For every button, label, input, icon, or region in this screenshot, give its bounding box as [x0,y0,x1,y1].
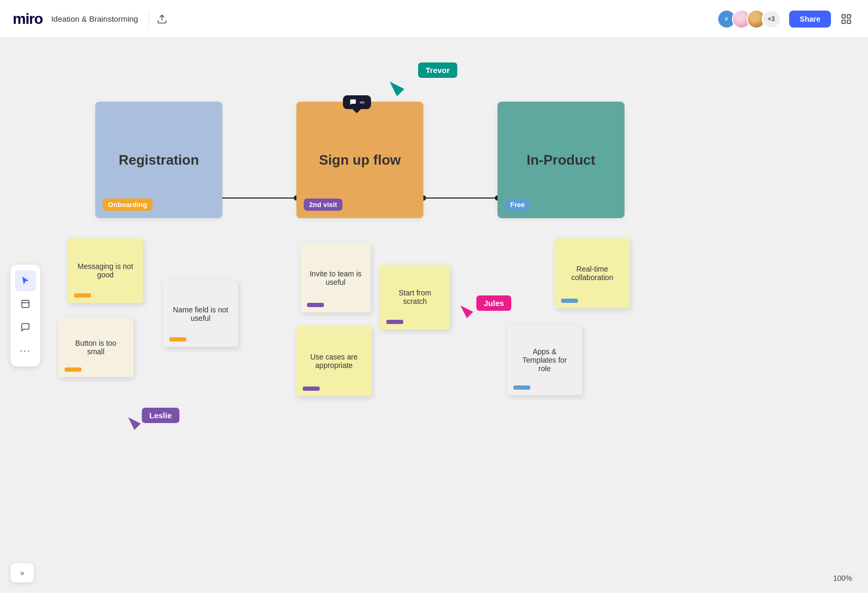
apps-templates-sticky-tag [513,385,530,390]
svg-marker-16 [460,306,473,318]
start-scratch-sticky-tag [386,320,403,324]
chat-bubble[interactable]: ═ [343,95,371,109]
apps-templates-sticky[interactable]: Apps & Templates for role [507,325,582,395]
use-cases-sticky-tag [303,387,320,391]
use-cases-sticky-text: Use cases are appropriate [305,353,363,370]
jules-cursor-pointer [460,306,473,318]
header: miro Ideation & Brainstorming F +3 Share [0,0,868,38]
svg-rect-3 [847,14,851,17]
signup-card-label: Sign up flow [319,152,401,168]
logo: miro [13,11,43,28]
use-cases-sticky[interactable]: Use cases are appropriate [296,326,372,396]
left-toolbar: ··· [11,265,40,366]
invite-team-sticky[interactable]: Invite to team is useful [301,244,370,312]
inproduct-card-label: In-Product [527,152,595,168]
button-small-sticky[interactable]: Button is too small [58,318,133,377]
signup-card-tag: 2nd visit [304,199,342,211]
menu-icon-button[interactable] [837,10,855,28]
real-time-sticky[interactable]: Real-time collaboration [555,238,630,308]
registration-card-tag: Onboarding [103,199,152,211]
zoom-indicator: 100% [833,574,852,582]
avatar-group: F +3 [717,10,781,29]
header-divider [149,12,149,26]
jules-cursor-label: Jules [476,295,511,311]
name-field-sticky-text: Name field is not useful [171,306,230,322]
share-button[interactable]: Share [789,11,831,28]
more-tools-button[interactable]: ··· [15,340,36,361]
svg-text:F: F [725,16,728,22]
messaging-sticky-tag [74,293,91,298]
svg-rect-13 [22,300,29,308]
apps-templates-sticky-text: Apps & Templates for role [516,347,574,373]
leslie-cursor-label: Leslie [142,408,179,423]
trevor-cursor-pointer [390,82,404,96]
svg-rect-5 [847,20,851,23]
registration-card[interactable]: Registration Onboarding [95,102,222,218]
name-field-sticky[interactable]: Name field is not useful [163,281,238,347]
messaging-sticky-text: Messaging is not good [76,262,134,279]
start-scratch-sticky-text: Start from scratch [388,289,441,306]
jules-name: Jules [484,299,504,308]
leslie-name: Leslie [149,411,172,420]
canvas[interactable]: ··· Registration Onboarding Sign up flow… [0,38,868,593]
signup-card[interactable]: Sign up flow 2nd visit [296,102,423,218]
chat-bubble-icon: ═ [360,98,365,106]
export-button[interactable] [153,11,170,28]
svg-rect-2 [842,14,845,17]
sticky-note-tool-button[interactable] [15,293,36,315]
real-time-sticky-text: Real-time collaboration [563,265,621,282]
registration-card-label: Registration [119,152,199,168]
trevor-cursor-label: Trevor [418,62,457,78]
messaging-sticky[interactable]: Messaging is not good [68,238,143,303]
inproduct-card[interactable]: In-Product Free [498,102,625,218]
name-field-sticky-tag [169,337,186,342]
svg-marker-15 [390,82,404,96]
avatar-more: +3 [762,10,781,29]
invite-team-sticky-tag [307,303,324,307]
expand-toolbar-button[interactable]: » [11,563,34,582]
button-small-sticky-text: Button is too small [67,339,125,356]
board-title[interactable]: Ideation & Brainstorming [51,14,138,23]
inproduct-card-tag: Free [505,199,530,211]
invite-team-sticky-text: Invite to team is useful [309,269,362,286]
comment-tool-button[interactable] [15,317,36,338]
header-right: F +3 Share [717,10,855,29]
start-scratch-sticky[interactable]: Start from scratch [380,265,450,329]
button-small-sticky-tag [65,367,82,372]
leslie-cursor-pointer [128,417,141,430]
real-time-sticky-tag [561,299,578,303]
svg-rect-4 [842,20,845,23]
svg-marker-17 [128,417,141,430]
cursor-tool-button[interactable] [15,270,36,291]
trevor-name: Trevor [426,66,450,75]
